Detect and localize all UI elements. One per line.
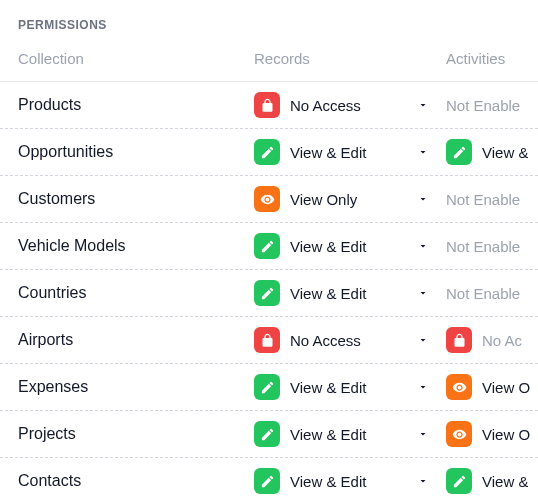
lock-icon [446, 327, 472, 353]
chevron-down-icon [414, 99, 432, 111]
activities-permission-select[interactable]: Not Enable [446, 238, 520, 255]
activities-permission-label: Not Enable [446, 97, 520, 114]
chevron-down-icon [417, 99, 429, 111]
permissions-panel: PERMISSIONS Collection Records Activitie… [0, 0, 538, 500]
records-permission-select[interactable]: No Access [254, 327, 446, 353]
activities-permission-label: Not Enable [446, 285, 520, 302]
collection-name: Countries [18, 284, 254, 302]
chevron-down-icon [417, 428, 429, 440]
collection-name: Vehicle Models [18, 237, 254, 255]
collection-name: Products [18, 96, 254, 114]
pencil-icon [260, 145, 275, 160]
activities-permission-select[interactable]: Not Enable [446, 191, 520, 208]
collection-name: Expenses [18, 378, 254, 396]
records-permission-select[interactable]: View & Edit [254, 280, 446, 306]
activities-permission-select[interactable]: View & [446, 468, 528, 494]
activities-permission-select[interactable]: View O [446, 374, 530, 400]
activities-permission-select[interactable]: View & [446, 139, 528, 165]
activities-permission-label: No Ac [482, 332, 522, 349]
records-permission-label: View & Edit [290, 473, 404, 490]
pencil-icon [254, 421, 280, 447]
records-permission-label: View & Edit [290, 285, 404, 302]
chevron-down-icon [417, 240, 429, 252]
records-permission-label: No Access [290, 97, 404, 114]
chevron-down-icon [417, 146, 429, 158]
pencil-icon [254, 139, 280, 165]
collection-name: Opportunities [18, 143, 254, 161]
chevron-down-icon [414, 146, 432, 158]
pencil-icon [254, 233, 280, 259]
lock-icon [260, 333, 275, 348]
chevron-down-icon [414, 428, 432, 440]
activities-permission-select[interactable]: Not Enable [446, 285, 520, 302]
records-permission-label: View & Edit [290, 238, 404, 255]
records-permission-label: View & Edit [290, 426, 404, 443]
pencil-icon [452, 145, 467, 160]
table-row: AirportsNo AccessNo Ac [0, 317, 538, 364]
activities-permission-select[interactable]: No Ac [446, 327, 522, 353]
activities-permission-select[interactable]: Not Enable [446, 97, 520, 114]
pencil-icon [446, 139, 472, 165]
chevron-down-icon [414, 475, 432, 487]
collection-name: Contacts [18, 472, 254, 490]
pencil-icon [446, 468, 472, 494]
records-permission-label: View Only [290, 191, 404, 208]
pencil-icon [254, 280, 280, 306]
eye-icon [452, 380, 467, 395]
pencil-icon [260, 380, 275, 395]
table-row: ExpensesView & EditView O [0, 364, 538, 411]
table-row: ProjectsView & EditView O [0, 411, 538, 458]
records-permission-label: No Access [290, 332, 404, 349]
table-row: ProductsNo AccessNot Enable [0, 82, 538, 129]
records-permission-select[interactable]: View & Edit [254, 421, 446, 447]
chevron-down-icon [414, 193, 432, 205]
table-header: Collection Records Activities [0, 44, 538, 82]
chevron-down-icon [414, 287, 432, 299]
chevron-down-icon [414, 334, 432, 346]
records-permission-select[interactable]: No Access [254, 92, 446, 118]
table-row: Vehicle ModelsView & EditNot Enable [0, 223, 538, 270]
pencil-icon [254, 374, 280, 400]
activities-permission-select[interactable]: View O [446, 421, 530, 447]
lock-icon [254, 327, 280, 353]
activities-permission-label: Not Enable [446, 238, 520, 255]
pencil-icon [254, 468, 280, 494]
pencil-icon [260, 474, 275, 489]
eye-icon [446, 421, 472, 447]
chevron-down-icon [417, 193, 429, 205]
activities-permission-label: Not Enable [446, 191, 520, 208]
chevron-down-icon [417, 381, 429, 393]
activities-permission-label: View & [482, 473, 528, 490]
table-row: CustomersView OnlyNot Enable [0, 176, 538, 223]
table-row: CountriesView & EditNot Enable [0, 270, 538, 317]
table-body: ProductsNo AccessNot EnableOpportunities… [0, 82, 538, 500]
chevron-down-icon [417, 287, 429, 299]
records-permission-select[interactable]: View & Edit [254, 374, 446, 400]
header-collection: Collection [18, 50, 254, 67]
pencil-icon [452, 474, 467, 489]
records-permission-label: View & Edit [290, 379, 404, 396]
activities-permission-label: View O [482, 379, 530, 396]
chevron-down-icon [414, 240, 432, 252]
activities-permission-label: View & [482, 144, 528, 161]
activities-permission-label: View O [482, 426, 530, 443]
records-permission-select[interactable]: View & Edit [254, 139, 446, 165]
lock-icon [452, 333, 467, 348]
eye-icon [446, 374, 472, 400]
eye-icon [452, 427, 467, 442]
records-permission-select[interactable]: View Only [254, 186, 446, 212]
collection-name: Airports [18, 331, 254, 349]
eye-icon [260, 192, 275, 207]
eye-icon [254, 186, 280, 212]
collection-name: Projects [18, 425, 254, 443]
records-permission-select[interactable]: View & Edit [254, 233, 446, 259]
pencil-icon [260, 239, 275, 254]
records-permission-select[interactable]: View & Edit [254, 468, 446, 494]
chevron-down-icon [417, 334, 429, 346]
section-title: PERMISSIONS [0, 0, 538, 44]
header-activities: Activities [446, 50, 520, 67]
records-permission-label: View & Edit [290, 144, 404, 161]
pencil-icon [260, 427, 275, 442]
pencil-icon [260, 286, 275, 301]
chevron-down-icon [417, 475, 429, 487]
